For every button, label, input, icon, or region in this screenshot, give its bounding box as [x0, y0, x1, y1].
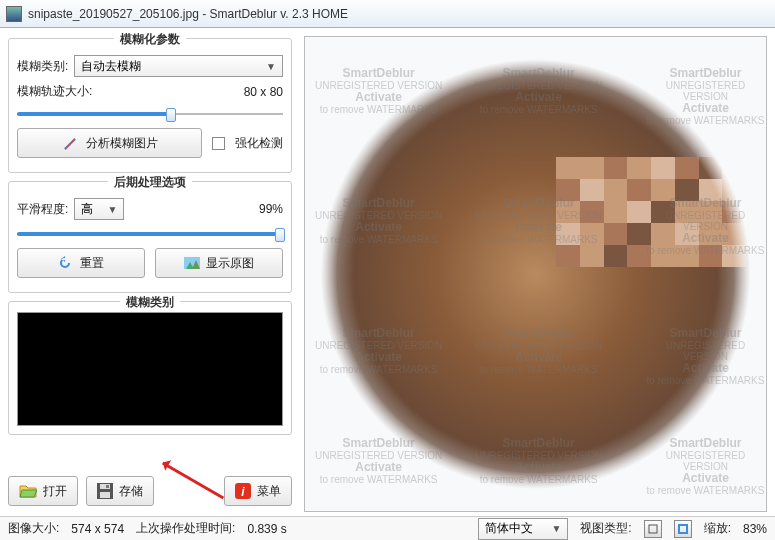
- save-button[interactable]: 存储: [86, 476, 154, 506]
- undo-icon: [58, 255, 74, 271]
- blur-type-combo[interactable]: 自动去模糊 ▼: [74, 55, 283, 77]
- viewtype-fit-button[interactable]: [644, 520, 662, 538]
- time-value: 0.839 s: [247, 522, 286, 536]
- group-legend: 模糊化参数: [114, 31, 186, 48]
- status-bar: 图像大小: 574 x 574 上次操作处理时间: 0.839 s 简体中文 ▼…: [0, 516, 775, 540]
- chevron-down-icon: ▼: [266, 61, 276, 72]
- chevron-down-icon: ▼: [107, 204, 117, 215]
- zoom-label: 缩放:: [704, 520, 731, 537]
- reset-button[interactable]: 重置: [17, 248, 145, 278]
- watermark-text: SmartDeblurUNREGISTERED VERSIONActivatet…: [645, 327, 766, 386]
- smooth-label: 平滑程度:: [17, 201, 68, 218]
- info-icon: i: [235, 483, 251, 499]
- watermark-text: SmartDeblurUNREGISTERED VERSIONActivatet…: [475, 437, 602, 485]
- svg-line-1: [65, 139, 75, 149]
- app-icon: [6, 6, 22, 22]
- picture-icon: [184, 257, 200, 269]
- watermark-text: SmartDeblurUNREGISTERED VERSIONActivatet…: [645, 67, 766, 126]
- menu-button[interactable]: i 菜单: [224, 476, 292, 506]
- track-size-slider[interactable]: [17, 106, 283, 122]
- window-title: snipaste_20190527_205106.jpg - SmartDebl…: [28, 7, 348, 21]
- watermark-text: SmartDeblurUNREGISTERED VERSIONActivatet…: [645, 197, 766, 256]
- btn-label: 分析模糊图片: [86, 135, 158, 152]
- size-label: 图像大小:: [8, 520, 59, 537]
- blur-params-group: 模糊化参数 模糊类别: 自动去模糊 ▼ 模糊轨迹大小: 80 x 80: [8, 38, 292, 173]
- analyze-button[interactable]: 分析模糊图片: [17, 128, 202, 158]
- svg-rect-8: [106, 485, 109, 488]
- watermark-text: SmartDeblurUNREGISTERED VERSIONActivatet…: [315, 67, 442, 115]
- btn-label: 打开: [43, 483, 67, 500]
- chevron-down-icon: ▼: [551, 523, 561, 534]
- group-legend: 后期处理选项: [108, 174, 192, 191]
- folder-open-icon: [19, 483, 37, 499]
- btn-label: 菜单: [257, 483, 281, 500]
- watermark-text: SmartDeblurUNREGISTERED VERSIONActivatet…: [475, 197, 602, 245]
- enhance-checkbox[interactable]: [212, 137, 225, 150]
- combo-value: 高: [81, 201, 93, 218]
- watermark-text: SmartDeblurUNREGISTERED VERSIONActivatet…: [475, 327, 602, 375]
- post-process-group: 后期处理选项 平滑程度: 高 ▼ 99%: [8, 181, 292, 293]
- size-value: 574 x 574: [71, 522, 124, 536]
- track-size-value: 80 x 80: [244, 85, 283, 99]
- open-button[interactable]: 打开: [8, 476, 78, 506]
- watermark-text: SmartDeblurUNREGISTERED VERSIONActivatet…: [315, 197, 442, 245]
- wand-icon: [62, 134, 80, 152]
- show-original-button[interactable]: 显示原图: [155, 248, 283, 278]
- viewtype-label: 视图类型:: [580, 520, 631, 537]
- combo-value: 简体中文: [485, 520, 533, 537]
- smooth-pct-value: 99%: [259, 202, 283, 216]
- btn-label: 重置: [80, 255, 104, 272]
- btn-label: 存储: [119, 483, 143, 500]
- viewtype-actual-button[interactable]: [674, 520, 692, 538]
- btn-label: 显示原图: [206, 255, 254, 272]
- watermark-text: SmartDeblurUNREGISTERED VERSIONActivatet…: [645, 437, 766, 496]
- svg-rect-7: [100, 492, 110, 498]
- combo-value: 自动去模糊: [81, 58, 141, 75]
- smooth-combo[interactable]: 高 ▼: [74, 198, 124, 220]
- group-legend: 模糊类别: [120, 294, 180, 311]
- track-size-label: 模糊轨迹大小:: [17, 83, 92, 100]
- blur-type-label: 模糊类别:: [17, 58, 68, 75]
- watermark-text: SmartDeblurUNREGISTERED VERSIONActivatet…: [475, 67, 602, 115]
- svg-rect-11: [649, 525, 657, 533]
- kernel-preview: [17, 312, 283, 426]
- enhance-label: 强化检测: [235, 135, 283, 152]
- smooth-slider[interactable]: [17, 226, 283, 242]
- image-preview[interactable]: SmartDeblurUNREGISTERED VERSIONActivatet…: [304, 36, 767, 512]
- svg-rect-12: [679, 525, 687, 533]
- language-combo[interactable]: 简体中文 ▼: [478, 518, 568, 540]
- watermark-text: SmartDeblurUNREGISTERED VERSIONActivatet…: [315, 437, 442, 485]
- kernel-group: 模糊类别: [8, 301, 292, 435]
- floppy-icon: [97, 483, 113, 499]
- watermark-text: SmartDeblurUNREGISTERED VERSIONActivatet…: [315, 327, 442, 375]
- time-label: 上次操作处理时间:: [136, 520, 235, 537]
- zoom-value: 83%: [743, 522, 767, 536]
